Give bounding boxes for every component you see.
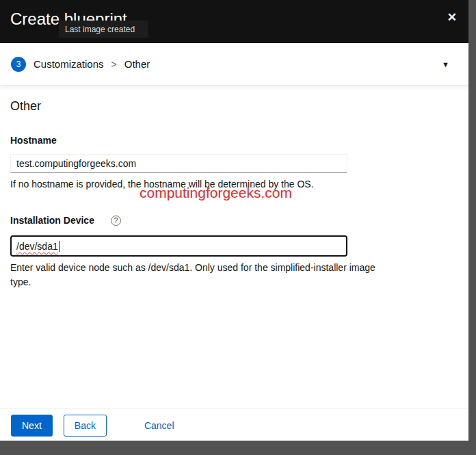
breadcrumb-separator: > <box>111 59 117 70</box>
installation-device-input[interactable]: /dev/sda1 <box>10 235 347 257</box>
modal-header: Create blueprint Last image created ✕ <box>0 0 468 43</box>
substep-label-other: Other <box>124 58 150 70</box>
section-title: Other <box>10 99 458 114</box>
text-cursor <box>59 241 60 252</box>
hostname-helper-text: If no hostname is provided, the hostname… <box>10 177 380 192</box>
step-label-customizations: Customizations <box>34 58 104 70</box>
last-image-created-overlay: Last image created <box>59 21 148 38</box>
installation-device-label: Installation Device <box>10 215 94 226</box>
create-blueprint-modal: Create blueprint Last image created ✕ 3 … <box>0 0 468 441</box>
step-number-badge: 3 <box>11 57 26 72</box>
installation-device-helper-text: Enter valid device node such as /dev/sda… <box>10 261 380 289</box>
hostname-label: Hostname <box>10 135 57 146</box>
help-icon[interactable]: ? <box>111 216 121 226</box>
hostname-input[interactable] <box>10 154 347 173</box>
chevron-down-icon[interactable]: ▼ <box>442 60 449 68</box>
modal-footer: Next Back Cancel <box>0 408 468 441</box>
installation-device-value: /dev/sda1 <box>16 241 58 252</box>
back-button[interactable]: Back <box>64 415 107 437</box>
hostname-field-group: Hostname If no hostname is provided, the… <box>10 135 458 192</box>
next-button[interactable]: Next <box>11 415 53 437</box>
modal-content: Other Hostname If no hostname is provide… <box>0 86 468 408</box>
close-icon[interactable]: ✕ <box>447 12 457 23</box>
wizard-step-nav[interactable]: 3 Customizations > Other ▼ <box>0 43 468 86</box>
cancel-button[interactable]: Cancel <box>134 415 185 436</box>
installation-device-field-group: Installation Device ? /dev/sda1 Enter va… <box>10 215 458 289</box>
